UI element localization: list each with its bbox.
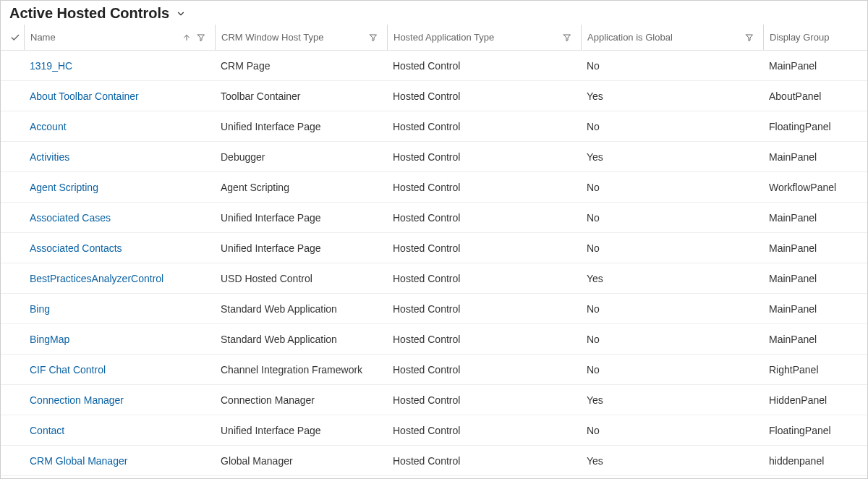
row-checkbox[interactable] bbox=[7, 324, 24, 354]
view-title: Active Hosted Controls bbox=[9, 5, 169, 22]
cell-name: About Toolbar Container bbox=[24, 81, 215, 111]
record-link[interactable]: Agent Scripting bbox=[30, 182, 98, 193]
cell-name: BestPracticesAnalyzerControl bbox=[24, 263, 215, 293]
cell-application-is-global: No bbox=[581, 111, 763, 141]
cell-display-group: HiddenPanel bbox=[763, 385, 861, 415]
table-row[interactable]: Associated ContactsUnified Interface Pag… bbox=[1, 233, 867, 263]
cell-application-is-global: No bbox=[581, 51, 763, 80]
svg-marker-4 bbox=[746, 35, 753, 41]
cell-hosted-application-type: Hosted Control bbox=[387, 385, 581, 415]
cell-display-group: FloatingPanel bbox=[763, 111, 861, 141]
cell-display-group: MainPanel bbox=[763, 324, 861, 354]
row-checkbox[interactable] bbox=[7, 203, 24, 232]
record-link[interactable]: Contact bbox=[30, 425, 64, 436]
record-link[interactable]: Connection Manager bbox=[30, 394, 124, 406]
record-link[interactable]: Associated Cases bbox=[30, 212, 111, 224]
column-header-hosted-application-type[interactable]: Hosted Application Type bbox=[387, 25, 581, 50]
cell-crm-window-host-type: CRM Page bbox=[215, 51, 387, 80]
cell-crm-window-host-type: Unified Interface Page bbox=[215, 415, 387, 445]
cell-hosted-application-type: Hosted Control bbox=[387, 294, 581, 323]
record-link[interactable]: BingMap bbox=[30, 334, 69, 345]
table-row[interactable]: CIF Chat ControlChannel Integration Fram… bbox=[1, 355, 867, 385]
svg-marker-3 bbox=[564, 35, 571, 41]
table-row[interactable]: BestPracticesAnalyzerControlUSD Hosted C… bbox=[1, 263, 867, 294]
row-checkbox[interactable] bbox=[7, 111, 24, 141]
cell-name: Associated Contacts bbox=[24, 233, 215, 263]
record-link[interactable]: About Toolbar Container bbox=[30, 90, 139, 102]
row-checkbox[interactable] bbox=[7, 385, 24, 415]
cell-hosted-application-type: Hosted Control bbox=[387, 233, 581, 263]
cell-hosted-application-type: Hosted Control bbox=[387, 81, 581, 111]
cell-display-group: MainPanel bbox=[763, 51, 861, 80]
cell-hosted-application-type: Hosted Control bbox=[387, 355, 581, 384]
cell-crm-window-host-type: Agent Scripting bbox=[215, 172, 387, 202]
cell-application-is-global: Yes bbox=[581, 385, 763, 415]
cell-crm-window-host-type: Standard Web Application bbox=[215, 324, 387, 354]
table-row[interactable]: About Toolbar ContainerToolbar Container… bbox=[1, 81, 867, 111]
cell-hosted-application-type: Hosted Control bbox=[387, 415, 581, 445]
grid-header: Name CRM Window Host Type Hosted Applica… bbox=[1, 25, 867, 51]
svg-marker-1 bbox=[198, 35, 205, 41]
cell-application-is-global: No bbox=[581, 324, 763, 354]
cell-crm-window-host-type: Connection Manager bbox=[215, 385, 387, 415]
column-label: Application is Global bbox=[587, 32, 744, 43]
cell-application-is-global: No bbox=[581, 233, 763, 263]
table-row[interactable]: CRM Global ManagerGlobal ManagerHosted C… bbox=[1, 446, 867, 476]
cell-crm-window-host-type: Channel Integration Framework bbox=[215, 355, 387, 384]
row-checkbox[interactable] bbox=[7, 446, 24, 475]
row-checkbox[interactable] bbox=[7, 355, 24, 384]
row-checkbox[interactable] bbox=[7, 142, 24, 171]
cell-hosted-application-type: Hosted Control bbox=[387, 324, 581, 354]
column-header-crm-window-host-type[interactable]: CRM Window Host Type bbox=[215, 25, 387, 50]
cell-application-is-global: No bbox=[581, 415, 763, 445]
table-row[interactable]: ActivitiesDebuggerHosted ControlYesMainP… bbox=[1, 142, 867, 172]
cell-crm-window-host-type: USD Hosted Control bbox=[215, 263, 387, 293]
row-checkbox[interactable] bbox=[7, 263, 24, 293]
table-row[interactable]: 1319_HCCRM PageHosted ControlNoMainPanel bbox=[1, 51, 867, 81]
cell-display-group: MainPanel bbox=[763, 294, 861, 323]
cell-name: CIF Chat Control bbox=[24, 355, 215, 384]
svg-marker-2 bbox=[370, 35, 377, 41]
sort-ascending-icon[interactable] bbox=[182, 33, 192, 43]
row-checkbox[interactable] bbox=[7, 233, 24, 263]
record-link[interactable]: Activities bbox=[30, 151, 69, 163]
select-all-checkbox[interactable] bbox=[7, 25, 24, 50]
column-header-name[interactable]: Name bbox=[24, 25, 215, 50]
record-link[interactable]: Account bbox=[30, 121, 67, 132]
record-link[interactable]: CRM Global Manager bbox=[30, 455, 127, 467]
cell-application-is-global: Yes bbox=[581, 142, 763, 171]
column-header-display-group[interactable]: Display Group bbox=[763, 25, 861, 50]
row-checkbox[interactable] bbox=[7, 294, 24, 323]
row-checkbox[interactable] bbox=[7, 81, 24, 111]
row-checkbox[interactable] bbox=[7, 51, 24, 80]
filter-icon[interactable] bbox=[562, 33, 572, 43]
record-link[interactable]: Associated Contacts bbox=[30, 242, 122, 254]
record-link[interactable]: CIF Chat Control bbox=[30, 364, 106, 376]
row-checkbox[interactable] bbox=[7, 415, 24, 445]
filter-icon[interactable] bbox=[368, 33, 378, 43]
cell-name: CRM Global Manager bbox=[24, 446, 215, 475]
table-row[interactable]: ContactUnified Interface PageHosted Cont… bbox=[1, 415, 867, 446]
filter-icon[interactable] bbox=[744, 33, 754, 43]
column-header-application-is-global[interactable]: Application is Global bbox=[581, 25, 763, 50]
table-row[interactable]: Connection ManagerConnection ManagerHost… bbox=[1, 385, 867, 415]
record-link[interactable]: BestPracticesAnalyzerControl bbox=[30, 273, 163, 284]
table-row[interactable]: Associated CasesUnified Interface PageHo… bbox=[1, 203, 867, 233]
cell-application-is-global: No bbox=[581, 355, 763, 384]
column-label: Name bbox=[30, 32, 182, 43]
cell-name: Associated Cases bbox=[24, 203, 215, 232]
view-selector[interactable]: Active Hosted Controls bbox=[1, 1, 867, 25]
cell-display-group: AboutPanel bbox=[763, 81, 861, 111]
cell-crm-window-host-type: Debugger bbox=[215, 142, 387, 171]
record-link[interactable]: 1319_HC bbox=[30, 60, 72, 72]
filter-icon[interactable] bbox=[196, 33, 206, 43]
table-row[interactable]: BingMapStandard Web ApplicationHosted Co… bbox=[1, 324, 867, 355]
table-row[interactable]: AccountUnified Interface PageHosted Cont… bbox=[1, 111, 867, 142]
cell-display-group: MainPanel bbox=[763, 142, 861, 171]
row-checkbox[interactable] bbox=[7, 172, 24, 202]
cell-application-is-global: No bbox=[581, 294, 763, 323]
record-link[interactable]: Bing bbox=[30, 303, 50, 315]
table-row[interactable]: Agent ScriptingAgent ScriptingHosted Con… bbox=[1, 172, 867, 203]
table-row[interactable]: BingStandard Web ApplicationHosted Contr… bbox=[1, 294, 867, 324]
cell-name: Connection Manager bbox=[24, 385, 215, 415]
